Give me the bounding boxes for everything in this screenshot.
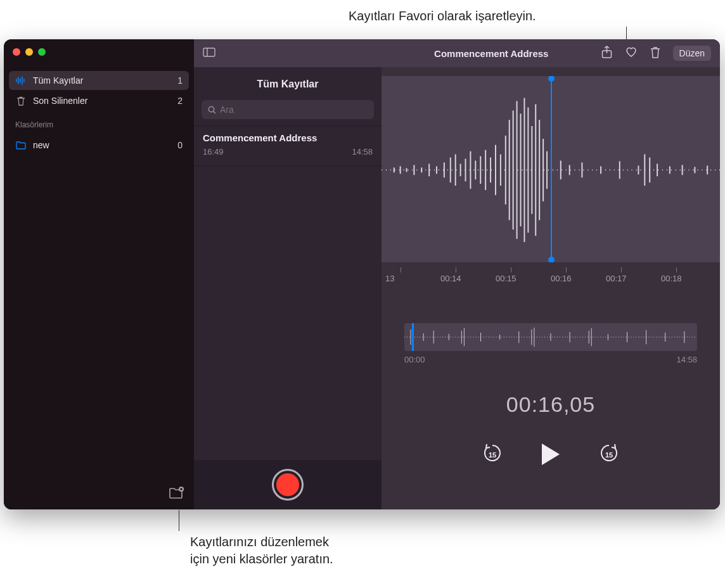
time-ruler: 13 00:14 00:15 00:16 00:17 00:18 [382, 262, 720, 285]
search-input[interactable] [220, 105, 368, 115]
overview-playhead[interactable] [412, 323, 414, 351]
play-button[interactable] [540, 442, 561, 466]
recording-time: 16:49 [203, 147, 224, 157]
playback-controls: 15 15 [382, 442, 720, 466]
recording-title-toolbar: Commencement Address [382, 48, 601, 59]
voice-memos-window: Tüm Kayıtlar 1 Son Silinenler 2 Klasörle… [4, 39, 720, 509]
search-icon [208, 106, 216, 114]
overview-labels: 00:00 14:58 [404, 355, 697, 364]
window-controls [4, 39, 194, 67]
play-icon [540, 442, 561, 466]
callout-line [626, 27, 627, 41]
skip-forward-seconds: 15 [598, 444, 620, 466]
playhead[interactable] [551, 76, 552, 262]
close-button[interactable] [13, 48, 20, 56]
share-icon [601, 46, 612, 58]
skip-back-button[interactable]: 15 [482, 442, 503, 466]
sidebar-item-label: new [33, 140, 49, 150]
callout-new-folder: Kayıtlarınızı düzenlemek için yeni klasö… [190, 534, 333, 568]
waveform-view[interactable]: 13 00:14 00:15 00:16 00:17 00:18 [382, 76, 720, 285]
current-timestamp: 00:16,05 [382, 392, 720, 417]
sidebar: Tüm Kayıtlar 1 Son Silinenler 2 Klasörle… [4, 39, 194, 509]
callout-favorite: Kayıtları Favori olarak işaretleyin. [349, 9, 536, 23]
record-core-icon [276, 473, 299, 496]
trash-icon [15, 96, 27, 106]
skip-back-seconds: 15 [482, 444, 503, 466]
minimize-button[interactable] [25, 48, 33, 56]
detail-panel: Commencement Address Düzen [382, 39, 720, 509]
svg-point-8 [209, 106, 214, 112]
record-button[interactable] [272, 469, 304, 501]
sidebar-item-recently-deleted[interactable]: Son Silinenler 2 [9, 91, 189, 110]
list-titlebar [194, 39, 382, 67]
edit-button[interactable]: Düzen [673, 46, 711, 61]
folder-icon [15, 141, 27, 150]
sidebar-toggle-icon[interactable] [203, 48, 215, 60]
trash-icon [650, 46, 660, 58]
list-header: Tüm Kayıtlar [194, 67, 382, 100]
heart-icon [625, 46, 638, 58]
sidebar-section-label: Klasörlerim [4, 112, 194, 132]
favorite-button[interactable] [625, 46, 638, 60]
svg-line-9 [214, 112, 215, 113]
callout-line [179, 510, 179, 531]
svg-rect-6 [203, 48, 215, 56]
waveform-icon [15, 76, 27, 85]
overview-start: 00:00 [404, 355, 425, 364]
sidebar-item-all-recordings[interactable]: Tüm Kayıtlar 1 [9, 71, 189, 90]
new-folder-button[interactable] [169, 487, 184, 502]
share-button[interactable] [601, 46, 612, 61]
skip-forward-button[interactable]: 15 [598, 442, 620, 466]
search-field[interactable] [202, 100, 374, 119]
sidebar-folder-item[interactable]: new 0 [9, 136, 189, 155]
recordings-list-panel: Tüm Kayıtlar Commencement Address 16:49 … [194, 39, 382, 509]
toolbar: Commencement Address Düzen [382, 39, 720, 67]
sidebar-item-count: 0 [177, 140, 183, 150]
overview-graphic [404, 323, 697, 351]
overview-end: 14:58 [676, 355, 697, 364]
sidebar-item-count: 2 [177, 96, 183, 106]
delete-button[interactable] [650, 46, 660, 61]
overview-waveform[interactable] [404, 323, 697, 351]
recording-duration: 14:58 [352, 147, 373, 157]
fullscreen-button[interactable] [38, 48, 46, 56]
sidebar-item-label: Tüm Kayıtlar [33, 75, 83, 86]
recording-item[interactable]: Commencement Address 16:49 14:58 [194, 125, 382, 166]
record-bar [194, 460, 382, 509]
sidebar-item-label: Son Silinenler [33, 96, 87, 106]
sidebar-item-count: 1 [177, 75, 183, 86]
recording-title: Commencement Address [203, 132, 373, 143]
